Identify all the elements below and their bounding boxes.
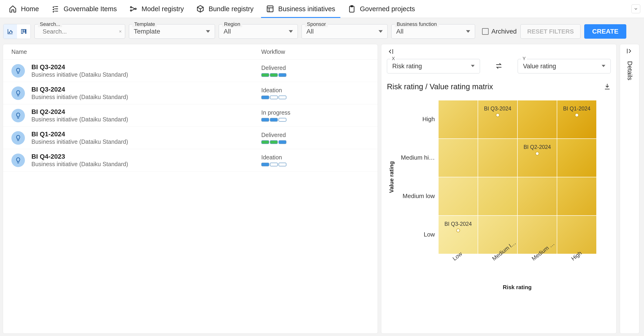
axis-pickers: X Risk rating Y Value rating xyxy=(387,59,611,73)
business-function-select[interactable]: Business function All xyxy=(391,24,475,39)
filter-bar: Search... Template Template Region All S… xyxy=(0,18,644,44)
nav-tab-label: Governed projects xyxy=(360,5,415,13)
point-dot xyxy=(535,152,539,155)
checkbox-icon xyxy=(482,28,488,35)
chevron-down-icon xyxy=(289,29,293,34)
matrix-panel: X Risk rating Y Value rating Risk rating… xyxy=(381,44,616,334)
download-matrix-button[interactable] xyxy=(604,83,611,91)
cube-icon xyxy=(196,5,204,13)
list-body: BI Q3-2024 Business initiative (Dataiku … xyxy=(3,60,378,333)
workflow-segments xyxy=(261,118,290,122)
matrix-cell xyxy=(518,177,557,216)
field-label: Sponsor xyxy=(305,21,328,27)
nav-more-dropdown[interactable] xyxy=(632,5,640,13)
matrix-point[interactable]: BI Q1-2024 xyxy=(563,106,590,117)
nav-tab-home[interactable]: Home xyxy=(4,0,44,18)
list-item[interactable]: BI Q4-2023 Business initiative (Dataiku … xyxy=(3,149,378,172)
list-item[interactable]: BI Q1-2024 Business initiative (Dataiku … xyxy=(3,127,378,149)
matrix-point[interactable]: BI Q3-2024 xyxy=(444,221,472,232)
download-icon xyxy=(604,83,611,90)
matrix-point[interactable]: BI Q3-2024 xyxy=(484,106,512,117)
workflow-segments xyxy=(261,140,286,144)
create-button[interactable]: CREATE xyxy=(584,24,626,39)
network-icon xyxy=(129,5,137,13)
reset-filters-button[interactable]: RESET FILTERS xyxy=(520,24,580,39)
nav-tab-label: Business initiatives xyxy=(278,5,335,13)
chevron-down-icon xyxy=(602,64,606,69)
region-select[interactable]: Region All xyxy=(219,24,298,39)
x-axis-select[interactable]: X Risk rating xyxy=(387,59,480,73)
matrix-cell xyxy=(478,139,518,177)
select-value: Value rating xyxy=(523,63,556,70)
svg-rect-9 xyxy=(22,29,23,34)
workflow-segment xyxy=(278,96,286,99)
details-rail[interactable]: Details xyxy=(620,44,639,334)
main-content: Name Workflow BI Q3-2024 Business initia… xyxy=(0,44,644,336)
list-item[interactable]: BI Q3-2024 Business initiative (Dataiku … xyxy=(3,82,378,104)
search-clear[interactable] xyxy=(119,29,125,35)
nav-tab-model-registry[interactable]: Model registry xyxy=(124,0,189,18)
workflow-segment xyxy=(270,163,278,166)
chevron-down-icon xyxy=(378,29,383,34)
view-toggle xyxy=(3,24,31,39)
workflow-segments xyxy=(261,73,286,77)
close-icon xyxy=(119,28,122,35)
item-title: BI Q4-2023 xyxy=(32,153,261,160)
template-select[interactable]: Template Template xyxy=(129,24,215,39)
svg-rect-11 xyxy=(26,29,26,34)
nav-tab-business-initiatives[interactable]: Business initiatives xyxy=(261,0,340,18)
chevron-down-icon xyxy=(466,29,470,34)
list-item[interactable]: BI Q2-2024 Business initiative (Dataiku … xyxy=(3,104,378,127)
point-label: BI Q1-2024 xyxy=(563,106,590,112)
item-subtitle: Business initiative (Dataiku Standard) xyxy=(32,116,261,123)
matrix-cell: BI Q3-2024 xyxy=(478,100,518,139)
nav-tab-governable[interactable]: Governable Items xyxy=(46,0,122,18)
y-ticks: HighMedium hi…Medium lowLow xyxy=(396,100,438,254)
nav-tab-label: Governable Items xyxy=(64,5,117,13)
matrix-cell: BI Q1-2024 xyxy=(557,100,596,139)
search-label: Search... xyxy=(38,21,62,27)
view-matrix-button[interactable] xyxy=(4,24,17,39)
search-input[interactable] xyxy=(42,28,119,35)
nav-tab-bundle-registry[interactable]: Bundle registry xyxy=(191,0,258,18)
item-title: BI Q2-2024 xyxy=(32,108,261,116)
workflow-segment xyxy=(278,140,286,144)
matrix-point[interactable]: BI Q2-2024 xyxy=(524,144,551,155)
workflow-segment xyxy=(261,163,269,166)
matrix-cell xyxy=(438,100,478,139)
nav-tab-label: Bundle registry xyxy=(208,5,253,13)
workflow-status: Delivered xyxy=(261,132,286,138)
workflow-segment xyxy=(261,118,269,122)
svg-rect-10 xyxy=(24,29,25,32)
initiative-icon xyxy=(12,64,25,78)
workflow-segment xyxy=(261,96,269,99)
select-value: All xyxy=(224,28,231,35)
initiative-icon xyxy=(12,131,25,145)
archived-checkbox[interactable]: Archived xyxy=(482,28,517,35)
swap-icon xyxy=(495,62,503,70)
nav-tab-label: Model registry xyxy=(142,5,184,13)
sponsor-select[interactable]: Sponsor All xyxy=(302,24,388,39)
list-item[interactable]: BI Q3-2024 Business initiative (Dataiku … xyxy=(3,60,378,82)
point-dot xyxy=(496,113,500,117)
workflow-status: Delivered xyxy=(261,65,286,71)
point-dot xyxy=(575,113,578,117)
swap-axes-button[interactable] xyxy=(495,62,503,71)
view-kanban-button[interactable] xyxy=(17,24,30,39)
workflow-segment xyxy=(278,118,286,122)
search-field[interactable]: Search... xyxy=(34,24,125,39)
chevron-down-icon xyxy=(206,29,210,34)
matrix-cell xyxy=(478,177,518,216)
matrix-cell: BI Q2-2024 xyxy=(518,139,557,177)
expand-panel-button[interactable] xyxy=(387,48,394,56)
item-subtitle: Business initiative (Dataiku Standard) xyxy=(32,138,261,145)
nav-tab-governed-projects[interactable]: Governed projects xyxy=(343,0,420,18)
initiative-icon xyxy=(12,153,25,167)
y-axis-select[interactable]: Y Value rating xyxy=(518,59,611,73)
item-subtitle: Business initiative (Dataiku Standard) xyxy=(32,94,261,100)
y-axis-title: Value rating xyxy=(387,100,396,254)
top-nav: Home Governable Items Model registry Bun… xyxy=(0,0,644,18)
svg-point-2 xyxy=(135,8,136,10)
svg-point-1 xyxy=(130,10,132,11)
col-name-header: Name xyxy=(12,49,261,55)
